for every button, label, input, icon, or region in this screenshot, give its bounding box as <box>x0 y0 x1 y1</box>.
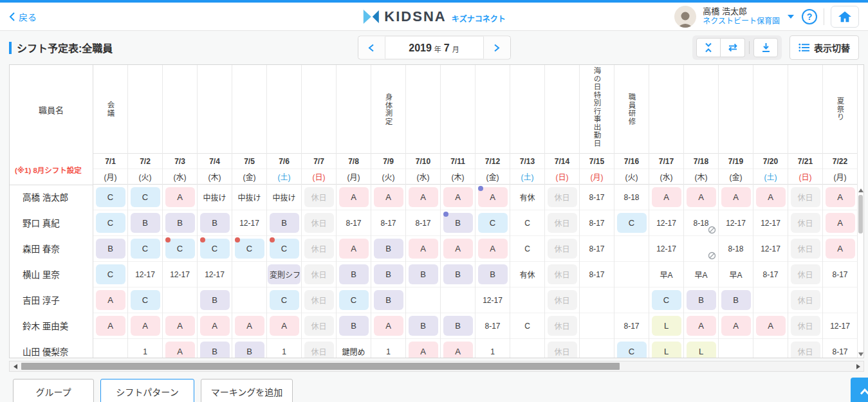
shift-cell[interactable]: C <box>93 210 127 236</box>
shift-cell[interactable]: A <box>337 185 371 210</box>
shift-cell[interactable]: 休日 <box>545 288 579 313</box>
shift-cell[interactable]: 8-17 <box>337 210 371 236</box>
shift-cell[interactable]: 中抜け <box>267 185 301 210</box>
shift-cell[interactable]: B <box>371 262 405 288</box>
shift-cell[interactable]: B <box>198 288 232 313</box>
shift-cell[interactable]: 中抜け <box>198 185 232 210</box>
shift-cell[interactable]: A <box>406 236 440 262</box>
shift-cell[interactable] <box>163 288 197 313</box>
shift-cell[interactable]: 鍵閉め <box>337 339 371 358</box>
prev-month-button[interactable] <box>358 37 385 59</box>
shift-cell[interactable]: 8-17 <box>580 262 614 288</box>
shift-cell[interactable]: A <box>198 313 232 339</box>
shift-cell[interactable]: 休日 <box>302 185 336 210</box>
shift-cell[interactable]: 有休 <box>510 262 544 288</box>
shift-cell[interactable]: B <box>441 313 475 339</box>
shift-cell[interactable]: B <box>337 313 371 339</box>
shift-cell[interactable]: A <box>649 185 683 210</box>
view-toggle-button[interactable]: 表示切替 <box>790 35 859 60</box>
shift-cell[interactable]: 休日 <box>788 236 822 262</box>
shift-cell[interactable]: 12-17 <box>232 210 266 236</box>
shift-cell[interactable]: 休日 <box>788 339 822 358</box>
shift-cell[interactable]: 1 <box>476 339 510 358</box>
home-button[interactable] <box>831 6 859 28</box>
shift-cell[interactable] <box>232 262 266 288</box>
shift-cell[interactable]: 8-18 <box>614 185 649 210</box>
shift-cell[interactable]: B <box>198 210 232 236</box>
shift-cell[interactable]: A <box>476 236 510 262</box>
vertical-scroll-thumb[interactable] <box>858 195 863 233</box>
shift-cell[interactable]: B <box>406 313 440 339</box>
shift-cell[interactable]: A <box>441 236 475 262</box>
shift-cell[interactable] <box>753 288 788 313</box>
shift-cell[interactable]: B <box>476 262 510 288</box>
shift-cell[interactable]: C <box>614 339 649 358</box>
shift-cell[interactable]: 12-17 <box>476 288 510 313</box>
shift-cell[interactable]: A <box>163 339 197 358</box>
shift-cell[interactable]: 休日 <box>302 339 336 358</box>
shift-cell[interactable]: 1 <box>371 339 405 358</box>
horizontal-scroll-thumb[interactable] <box>21 363 620 370</box>
shift-cell[interactable]: 8-17 <box>476 313 510 339</box>
scroll-down-arrow[interactable] <box>858 352 863 356</box>
download-button[interactable] <box>753 38 778 57</box>
shift-cell[interactable]: B <box>232 339 266 358</box>
shift-cell[interactable]: C <box>614 210 649 236</box>
caret-down-icon[interactable] <box>788 15 794 19</box>
scroll-top-button[interactable] <box>851 378 868 402</box>
shift-cell[interactable]: 休日 <box>302 236 336 262</box>
shift-cell[interactable]: 12-17 <box>198 262 232 288</box>
shift-cell[interactable]: 休日 <box>545 339 579 358</box>
shift-cell[interactable] <box>441 288 475 313</box>
shift-cell[interactable]: A <box>823 236 857 262</box>
shift-cell[interactable]: 休日 <box>302 313 336 339</box>
shift-cell[interactable]: A <box>371 313 405 339</box>
shift-cell[interactable]: A <box>476 185 510 210</box>
shift-cell[interactable]: C <box>128 236 162 262</box>
shift-cell[interactable]: A <box>753 313 788 339</box>
collapse-button[interactable] <box>696 38 721 57</box>
shift-cell[interactable]: B <box>406 262 440 288</box>
shift-cell[interactable]: B <box>371 236 405 262</box>
shift-cell[interactable]: 8-17 <box>823 339 857 358</box>
back-button[interactable]: 戻る <box>9 10 37 23</box>
shift-cell[interactable]: B <box>441 262 475 288</box>
shift-cell[interactable]: A <box>753 185 788 210</box>
shift-cell[interactable]: 12-17 <box>649 236 683 262</box>
shift-cell[interactable] <box>510 288 544 313</box>
shift-cell[interactable] <box>580 339 614 358</box>
vertical-scrollbar[interactable] <box>858 65 863 358</box>
shift-cell[interactable]: L <box>649 339 683 358</box>
shift-cell[interactable] <box>510 339 544 358</box>
tab-add-marking-button[interactable]: マーキングを追加 <box>201 379 293 402</box>
shift-cell[interactable]: 8-17 <box>371 210 405 236</box>
shift-cell[interactable]: 休日 <box>788 288 822 313</box>
shift-cell[interactable]: C <box>476 210 510 236</box>
shift-cell[interactable] <box>580 288 614 313</box>
shift-cell[interactable]: A <box>163 313 197 339</box>
shift-cell[interactable]: A <box>93 313 127 339</box>
shift-cell[interactable]: C <box>337 288 371 313</box>
avatar[interactable] <box>674 6 696 28</box>
shift-cell[interactable]: A <box>823 210 857 236</box>
shift-cell[interactable]: 休日 <box>302 210 336 236</box>
user-menu[interactable]: 高橋 浩太郎 ネクストビート保育園 <box>703 6 780 26</box>
shift-cell[interactable]: 有休 <box>510 185 544 210</box>
shift-cell[interactable]: C <box>267 288 301 313</box>
shift-cell[interactable] <box>719 339 753 358</box>
shift-cell[interactable] <box>580 313 614 339</box>
shift-cell[interactable]: L <box>649 313 683 339</box>
shift-cell[interactable]: A <box>406 339 440 358</box>
shift-cell[interactable]: C <box>232 236 266 262</box>
shift-cell[interactable]: C <box>649 288 683 313</box>
shift-cell[interactable]: 12-17 <box>753 236 788 262</box>
shift-cell[interactable]: B <box>337 262 371 288</box>
shift-cell[interactable]: 12-17 <box>163 262 197 288</box>
shift-cell[interactable]: 休日 <box>788 185 822 210</box>
shift-cell[interactable] <box>753 339 788 358</box>
shift-cell[interactable]: 休日 <box>545 185 579 210</box>
shift-cell[interactable]: 休日 <box>545 236 579 262</box>
shift-cell[interactable]: 12-17 <box>128 262 162 288</box>
shift-cell[interactable]: 休日 <box>545 210 579 236</box>
shift-cell[interactable] <box>684 236 718 262</box>
